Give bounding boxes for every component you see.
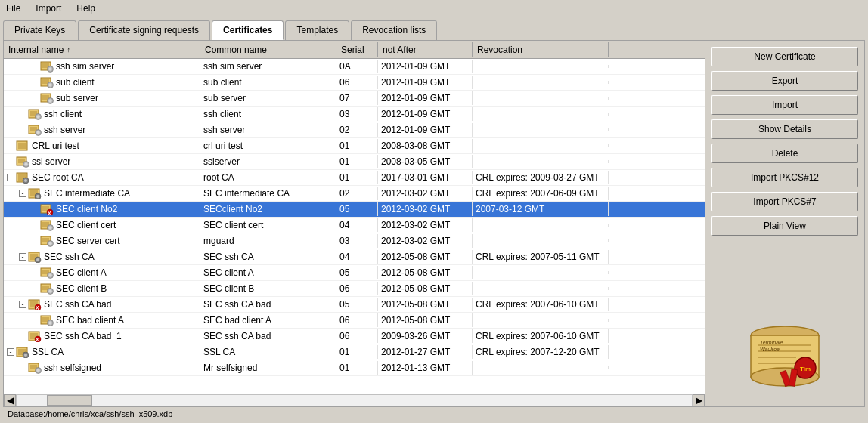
table-row[interactable]: ssh selfsignedMr selfsigned012012-01-13 … xyxy=(4,360,705,376)
table-row[interactable]: -SSL CASSL CA012012-01-27 GMTCRL expires… xyxy=(4,344,705,360)
col-header-serial[interactable]: Serial xyxy=(336,42,378,57)
tab-certificates[interactable]: Certificates xyxy=(212,20,284,40)
table-row[interactable]: -SEC ssh CASEC ssh CA042012-05-08 GMTCRL… xyxy=(4,249,705,265)
svg-point-40 xyxy=(24,162,27,165)
tab-bar: Private Keys Certificate signing request… xyxy=(3,20,865,40)
menu-file[interactable]: File xyxy=(3,2,23,15)
table-row[interactable]: ssh sim serverssh sim server0A2012-01-09… xyxy=(4,59,705,75)
show-details-button[interactable]: Show Details xyxy=(711,119,858,139)
row-serial: 07 xyxy=(336,91,378,105)
table-row[interactable]: CRL uri testcrl uri test012008-03-08 GMT xyxy=(4,138,705,154)
table-row[interactable]: SEC client ASEC client A052012-05-08 GMT xyxy=(4,265,705,281)
scroll-right-btn[interactable]: ▶ xyxy=(693,394,705,406)
svg-point-23 xyxy=(36,115,39,118)
svg-point-91 xyxy=(48,289,51,292)
row-serial: 01 xyxy=(336,155,378,168)
row-name: SEC ssh CA xyxy=(44,252,95,262)
row-common: SEC ssh CA bad xyxy=(200,329,336,343)
table-row[interactable]: sub clientsub client062012-01-09 GMT xyxy=(4,75,705,91)
row-common: SEC ssh CA bad xyxy=(200,298,336,311)
export-button[interactable]: Export xyxy=(711,71,858,91)
tab-private-keys[interactable]: Private Keys xyxy=(3,20,76,40)
cert-type-icon: X xyxy=(28,298,42,310)
cert-type-icon xyxy=(28,187,42,199)
table-row[interactable]: XSEC ssh CA bad_1SEC ssh CA bad062009-03… xyxy=(4,329,705,344)
table-row[interactable]: SEC bad client ASEC bad client A062012-0… xyxy=(4,313,705,329)
row-revocation xyxy=(473,366,609,369)
table-row[interactable]: SEC client BSEC client B062012-05-08 GMT xyxy=(4,281,705,297)
cert-type-icon xyxy=(16,171,29,184)
col-header-notafter[interactable]: not After xyxy=(378,42,473,57)
row-name: SEC server cert xyxy=(56,236,120,246)
menu-help[interactable]: Help xyxy=(73,2,98,15)
row-serial: 02 xyxy=(336,187,378,200)
row-revocation xyxy=(473,144,609,147)
cert-type-icon xyxy=(40,219,54,231)
svg-point-104 xyxy=(48,321,51,324)
svg-text:X: X xyxy=(36,337,39,342)
row-common: Mr selfsigned xyxy=(200,361,336,375)
row-notafter: 2012-05-08 GMT xyxy=(378,282,473,295)
svg-text:Tim: Tim xyxy=(800,366,811,372)
plain-view-button[interactable]: Plain View xyxy=(711,216,858,236)
row-serial: 05 xyxy=(336,266,378,279)
table-row[interactable]: -XSEC ssh CA badSEC ssh CA bad052012-05-… xyxy=(4,297,705,313)
import-button[interactable]: Import xyxy=(711,95,858,115)
sidebar: New Certificate Export Import Show Detai… xyxy=(705,41,864,406)
table-row[interactable]: sub serversub server072012-01-09 GMT xyxy=(4,91,705,107)
table-row[interactable]: ssh clientssh client032012-01-09 GMT xyxy=(4,107,705,122)
tab-revocation[interactable]: Revocation lists xyxy=(351,20,437,40)
scrollbar-track[interactable] xyxy=(16,394,693,406)
cert-type-icon xyxy=(28,251,42,263)
collapse-btn[interactable]: - xyxy=(19,253,26,261)
row-revocation xyxy=(473,287,609,290)
tab-csr[interactable]: Certificate signing requests xyxy=(78,20,210,40)
collapse-btn[interactable]: - xyxy=(7,348,14,356)
collapse-btn[interactable]: - xyxy=(7,174,14,181)
row-notafter: 2012-03-02 GMT xyxy=(378,218,473,232)
collapse-btn[interactable]: - xyxy=(19,301,26,308)
row-serial: 02 xyxy=(336,123,378,137)
horizontal-scrollbar[interactable]: ◀ ▶ xyxy=(4,394,705,406)
tab-templates[interactable]: Templates xyxy=(285,20,349,40)
menu-import[interactable]: Import xyxy=(33,2,64,15)
col-header-revocation[interactable]: Revocation xyxy=(473,42,609,57)
scrollbar-thumb[interactable] xyxy=(47,395,92,406)
table-row[interactable]: -SEC root CAroot CA012017-03-01 GMTCRL e… xyxy=(4,170,705,186)
import-pkcs12-button[interactable]: Import PKCS#12 xyxy=(711,168,858,187)
certificate-logo: Terminale Waulroe Tim xyxy=(711,316,858,400)
table-row[interactable]: SEC server certmguard032012-03-02 GMT xyxy=(4,233,705,249)
collapse-btn[interactable]: - xyxy=(19,190,26,197)
row-revocation xyxy=(473,128,609,131)
table-row[interactable]: SEC client certSEC client cert042012-03-… xyxy=(4,218,705,233)
row-name: SSL CA xyxy=(32,347,64,357)
import-pkcs7-button[interactable]: Import PKCS#7 xyxy=(711,192,858,212)
col-header-name[interactable]: Internal name xyxy=(8,45,64,55)
new-certificate-button[interactable]: New Certificate xyxy=(711,47,858,66)
table-row[interactable]: XSEC client No2SECclient No2052012-03-02… xyxy=(4,202,705,218)
sort-arrow-icon: ↑ xyxy=(67,46,70,54)
row-serial: 06 xyxy=(336,76,378,89)
svg-point-118 xyxy=(24,354,27,357)
table-row[interactable]: ssl serversslserver012008-03-05 GMT xyxy=(4,154,705,170)
scroll-left-btn[interactable]: ◀ xyxy=(4,394,16,406)
row-notafter: 2012-03-02 GMT xyxy=(378,202,473,216)
row-name: ssh client xyxy=(44,109,82,119)
row-revocation: CRL expires: 2009-03-27 GMT xyxy=(473,171,609,184)
logo-svg: Terminale Waulroe Tim xyxy=(743,324,826,392)
row-name: SEC ssh CA bad_1 xyxy=(44,331,122,341)
col-header-common[interactable]: Common name xyxy=(200,42,336,57)
cert-type-icon xyxy=(40,267,54,279)
cert-type-icon xyxy=(40,314,54,326)
table-row[interactable]: ssh serverssh server022012-01-09 GMT xyxy=(4,122,705,138)
row-revocation: CRL expires: 2007-05-11 GMT xyxy=(473,250,609,264)
row-name: SEC client B xyxy=(56,283,107,294)
row-common: ssh client xyxy=(200,107,336,121)
delete-button[interactable]: Delete xyxy=(711,144,858,163)
cert-type-icon xyxy=(28,124,42,136)
row-common: SEC client B xyxy=(200,282,336,295)
row-notafter: 2012-01-27 GMT xyxy=(378,345,473,359)
table-row[interactable]: -SEC intermediate CASEC intermediate CA0… xyxy=(4,186,705,202)
row-common: root CA xyxy=(200,171,336,184)
svg-point-124 xyxy=(36,369,39,372)
